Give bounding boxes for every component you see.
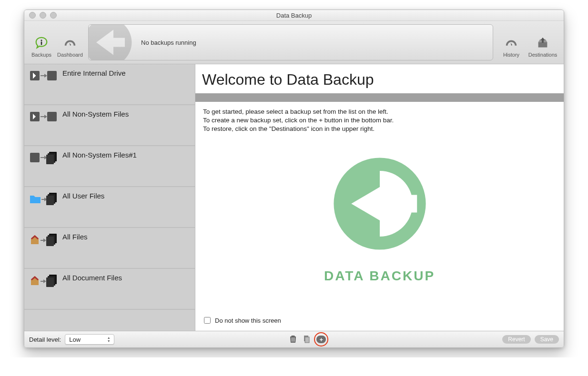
backup-set-item[interactable]: All Files (24, 228, 195, 269)
speech-info-icon (34, 35, 49, 50)
svg-rect-4 (47, 71, 57, 80)
detail-level-label: Detail level: (29, 336, 61, 343)
history-toolbar-button[interactable]: History (497, 35, 526, 58)
dont-show-checkbox[interactable] (204, 317, 211, 324)
detail-level-value: Low (69, 336, 81, 343)
duplicate-backup-button[interactable] (302, 335, 311, 344)
svg-rect-10 (46, 155, 54, 164)
toolbar-right: History Destinations (497, 28, 560, 58)
save-button[interactable]: Save (535, 335, 559, 344)
svg-point-0 (41, 40, 42, 41)
backup-set-list: Entire Internal Drive All Non-System Fil… (24, 64, 195, 331)
home-to-stack-icon (29, 273, 58, 288)
svg-rect-6 (47, 112, 57, 121)
backups-toolbar-label: Backups (31, 52, 51, 58)
backup-set-label: All Non-System Files (62, 110, 129, 118)
arrow-circle-logo-icon (325, 149, 435, 260)
titlebar: Data Backup (24, 10, 564, 21)
svg-rect-19 (46, 277, 54, 287)
add-backup-highlight: + (314, 332, 328, 346)
destinations-toolbar-label: Destinations (528, 52, 558, 58)
dashboard-toolbar-label: Dashboard (57, 52, 83, 58)
history-toolbar-label: History (503, 52, 519, 58)
folder-to-stack-icon (29, 191, 58, 206)
intro-line: To get started, please select a backup s… (203, 108, 556, 116)
dashboard-toolbar-button[interactable]: Dashboard (56, 35, 84, 58)
svg-rect-16 (46, 237, 54, 246)
detail-level-select[interactable]: Low ▲▼ (65, 334, 114, 345)
brand-logo-area: DATA BACKUP (195, 120, 564, 313)
drive-to-drive-icon (29, 109, 58, 124)
backup-set-item[interactable]: All Document Files (24, 269, 195, 310)
box-out-icon (535, 35, 550, 50)
backup-set-item[interactable]: All Non-System Files (24, 105, 195, 146)
bottom-bar: Detail level: Low ▲▼ + Revert Save (24, 331, 564, 347)
status-pane: No backups running (88, 24, 493, 60)
main-area: Entire Internal Drive All Non-System Fil… (24, 64, 564, 331)
home-to-stack-icon (29, 232, 58, 247)
backup-set-label: All Files (62, 233, 88, 241)
backup-set-label: All Document Files (62, 274, 122, 282)
select-stepper-icon: ▲▼ (105, 336, 112, 343)
svg-rect-1 (41, 41, 42, 45)
window-title: Data Backup (24, 12, 564, 19)
add-backup-button[interactable]: + (316, 336, 326, 343)
revert-button[interactable]: Revert (502, 335, 530, 344)
backup-set-item[interactable]: Entire Internal Drive (24, 64, 195, 105)
backups-toolbar-button[interactable]: Backups (27, 35, 56, 58)
status-text: No backups running (141, 39, 196, 46)
backup-sets-sidebar: Entire Internal Drive All Non-System Fil… (24, 64, 195, 331)
svg-rect-13 (46, 196, 54, 205)
drive-to-stack-icon (29, 150, 58, 165)
heading-divider (195, 93, 564, 102)
backup-set-label: All Non-System Files#1 (62, 151, 137, 159)
svg-rect-7 (30, 153, 40, 162)
copy-icon (303, 335, 310, 345)
brand-text: DATA BACKUP (324, 268, 435, 284)
trash-icon (289, 335, 297, 345)
dont-show-row: Do not show this screen (195, 313, 564, 331)
delete-backup-button[interactable] (288, 335, 298, 344)
dont-show-label: Do not show this screen (215, 317, 281, 324)
backup-set-label: All User Files (62, 192, 104, 200)
welcome-heading: Welcome to Data Backup (202, 71, 564, 89)
status-logo-icon (88, 24, 136, 60)
backup-set-item[interactable]: All User Files (24, 187, 195, 228)
gauge-icon (62, 35, 78, 50)
app-window: Data Backup Backups Dashboard No backups… (24, 10, 564, 348)
destinations-toolbar-button[interactable]: Destinations (526, 35, 560, 58)
gauge-history-icon (504, 35, 519, 50)
plus-icon: + (319, 336, 323, 343)
toolbar: Backups Dashboard No backups running His… (24, 21, 564, 64)
backup-set-label: Entire Internal Drive (62, 69, 126, 77)
drive-to-drive-icon (29, 68, 58, 83)
svg-rect-21 (305, 337, 309, 343)
backup-set-item[interactable]: All Non-System Files#1 (24, 146, 195, 187)
content-pane: Welcome to Data Backup To get started, p… (195, 64, 564, 331)
